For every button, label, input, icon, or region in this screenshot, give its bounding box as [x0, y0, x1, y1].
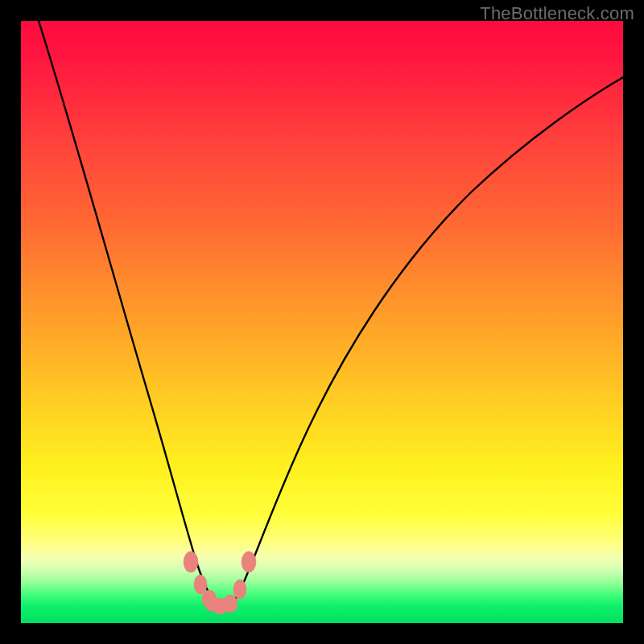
svg-point-1	[194, 575, 207, 594]
svg-point-6	[242, 551, 256, 572]
svg-point-5	[233, 580, 246, 599]
bottleneck-curve	[39, 21, 623, 609]
outer-black-frame: TheBottleneck.com	[0, 0, 644, 644]
highlight-nodes	[184, 551, 256, 614]
watermark-text: TheBottleneck.com	[480, 3, 634, 24]
chart-svg	[21, 21, 623, 623]
svg-point-0	[184, 551, 198, 572]
svg-rect-7	[206, 601, 230, 611]
plot-area	[21, 21, 623, 623]
